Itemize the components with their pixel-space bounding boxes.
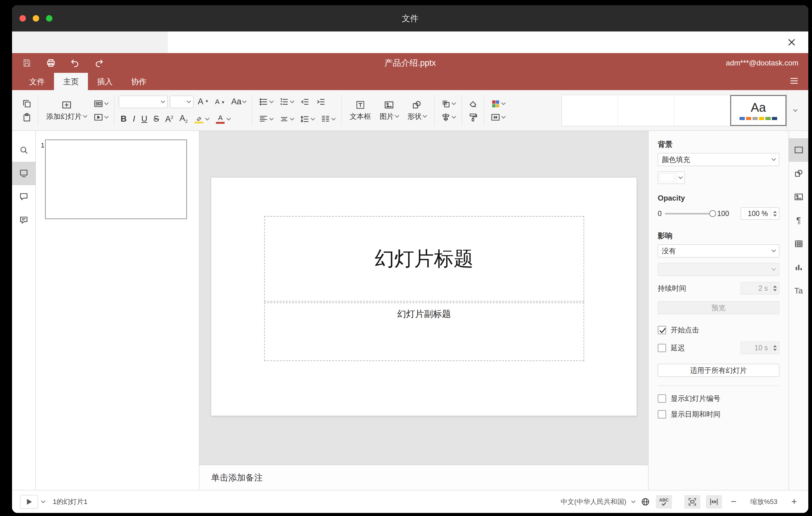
spinner-up-icon[interactable] [773, 211, 777, 213]
close-button[interactable] [785, 35, 799, 49]
insert-textbox-button[interactable]: 文本框 [346, 98, 375, 122]
columns-button[interactable] [319, 113, 337, 125]
insert-group: 文本框 图片 形状 [343, 90, 433, 131]
menu-button[interactable] [789, 76, 799, 87]
opacity-min: 0 [658, 209, 662, 218]
spinner-down-icon[interactable] [773, 214, 777, 217]
fill-color-swatch[interactable] [658, 172, 685, 184]
paste-button[interactable] [20, 111, 34, 123]
subtitle-placeholder[interactable]: 幻灯片副标题 [264, 303, 584, 361]
apply-all-button[interactable]: 适用于所有幻灯片 [658, 364, 779, 377]
numbering-button[interactable] [277, 96, 295, 108]
clear-style-button[interactable] [466, 98, 480, 110]
line-spacing-button[interactable] [298, 113, 316, 125]
document-language-button[interactable] [640, 497, 650, 507]
decrease-font-button[interactable]: A▼ [213, 97, 227, 106]
align-shapes-button[interactable] [439, 111, 457, 123]
superscript-button[interactable]: A2 [164, 114, 175, 124]
font-color-button[interactable]: A [213, 114, 232, 125]
delay-spinner[interactable]: 10 s [741, 342, 779, 354]
start-slideshow-button[interactable] [92, 111, 110, 123]
fit-width-button[interactable] [706, 495, 722, 509]
copy-style-button[interactable] [466, 111, 480, 123]
panel-slide-settings-button[interactable] [789, 138, 808, 162]
theme-item-selected[interactable]: Aa [730, 95, 786, 126]
font-size-select[interactable] [170, 96, 194, 108]
slideshow-options-chevron-icon[interactable] [41, 499, 45, 503]
opacity-slider[interactable] [665, 213, 714, 214]
redo-button[interactable] [94, 58, 104, 68]
panel-paragraph-settings-button[interactable]: ¶ [789, 209, 808, 232]
tab-home[interactable]: 主页 [54, 73, 88, 90]
add-slide-button[interactable]: 添加幻灯片 [42, 98, 90, 122]
traffic-light-minimize[interactable] [33, 15, 39, 22]
subscript-button[interactable]: A2 [178, 113, 190, 124]
zoom-in-button[interactable]: + [788, 495, 800, 509]
sidebar-comments-button[interactable] [12, 185, 35, 209]
fill-type-select[interactable]: 颜色填充 [658, 153, 779, 166]
sidebar-slides-button[interactable] [12, 162, 35, 185]
decrease-indent-button[interactable] [298, 96, 312, 108]
language-selector[interactable]: 中文(中华人民共和国) [560, 497, 626, 507]
zoom-out-button[interactable]: − [727, 495, 740, 509]
arrange-button[interactable] [439, 98, 457, 110]
spellcheck-button[interactable]: ABC [656, 495, 672, 509]
title-placeholder[interactable]: 幻灯片标题 [264, 216, 584, 302]
undo-button[interactable] [70, 58, 80, 68]
preview-button[interactable]: 预览 [658, 301, 779, 314]
tab-file[interactable]: 文件 [20, 73, 54, 90]
color-scheme-button[interactable] [489, 98, 507, 110]
sidebar-search-button[interactable] [12, 138, 35, 162]
vertical-align-button[interactable] [277, 113, 295, 125]
sidebar-chat-button[interactable] [12, 209, 35, 232]
traffic-light-close[interactable] [20, 15, 26, 22]
underline-button[interactable]: U [140, 114, 149, 124]
effect-type-select[interactable] [658, 263, 779, 276]
copy-button[interactable] [20, 98, 34, 110]
start-on-click-checkbox[interactable] [658, 326, 666, 334]
theme-item[interactable] [618, 95, 674, 126]
align-button[interactable] [257, 113, 275, 125]
increase-indent-button[interactable] [314, 96, 328, 108]
effect-select[interactable]: 没有 [658, 245, 779, 257]
delay-checkbox[interactable] [658, 344, 666, 352]
spinner-arrows[interactable] [771, 208, 779, 220]
save-button[interactable] [22, 58, 32, 68]
insert-shape-button[interactable]: 形状 [404, 98, 430, 122]
panel-shape-settings-button[interactable] [789, 162, 808, 185]
notes-area[interactable]: 单击添加备注 [199, 465, 648, 490]
theme-item[interactable] [674, 95, 730, 126]
slide-layout-button[interactable] [92, 98, 110, 110]
highlight-color-button[interactable] [192, 114, 211, 124]
panel-chart-settings-button[interactable] [789, 256, 808, 279]
spinner-arrows[interactable] [771, 342, 779, 354]
theme-item[interactable] [562, 95, 618, 126]
panel-image-settings-button[interactable] [789, 185, 808, 209]
print-button[interactable] [46, 58, 56, 68]
change-case-button[interactable]: Aa [229, 96, 248, 107]
show-date-time-checkbox[interactable] [658, 410, 666, 419]
bullets-button[interactable] [257, 96, 275, 108]
panel-table-settings-button[interactable] [789, 232, 808, 256]
italic-button[interactable]: I [131, 114, 137, 124]
opacity-spinner[interactable]: 100 % [741, 207, 779, 220]
slider-knob[interactable] [709, 210, 716, 217]
insert-image-button[interactable]: 图片 [376, 98, 402, 122]
bold-button[interactable]: B [119, 114, 129, 124]
theme-gallery-more-button[interactable] [787, 90, 803, 131]
fit-slide-button[interactable] [684, 495, 700, 509]
tab-collaboration[interactable]: 协作 [122, 73, 156, 90]
duration-spinner[interactable]: 2 s [741, 282, 779, 294]
tab-insert[interactable]: 插入 [88, 73, 122, 90]
font-name-select[interactable] [119, 96, 168, 108]
show-slide-number-checkbox[interactable] [658, 394, 666, 403]
increase-font-button[interactable]: A▲ [196, 96, 211, 107]
traffic-light-zoom[interactable] [46, 15, 53, 22]
spinner-arrows[interactable] [771, 282, 779, 294]
slide-thumbnail[interactable] [45, 140, 187, 219]
slide[interactable]: 幻灯片标题 幻灯片副标题 [211, 177, 637, 416]
start-slideshow-status-button[interactable] [20, 495, 38, 509]
slide-size-button[interactable] [489, 111, 507, 123]
panel-textart-settings-button[interactable]: Ta [789, 279, 808, 303]
strikethrough-button[interactable]: S [152, 114, 161, 124]
